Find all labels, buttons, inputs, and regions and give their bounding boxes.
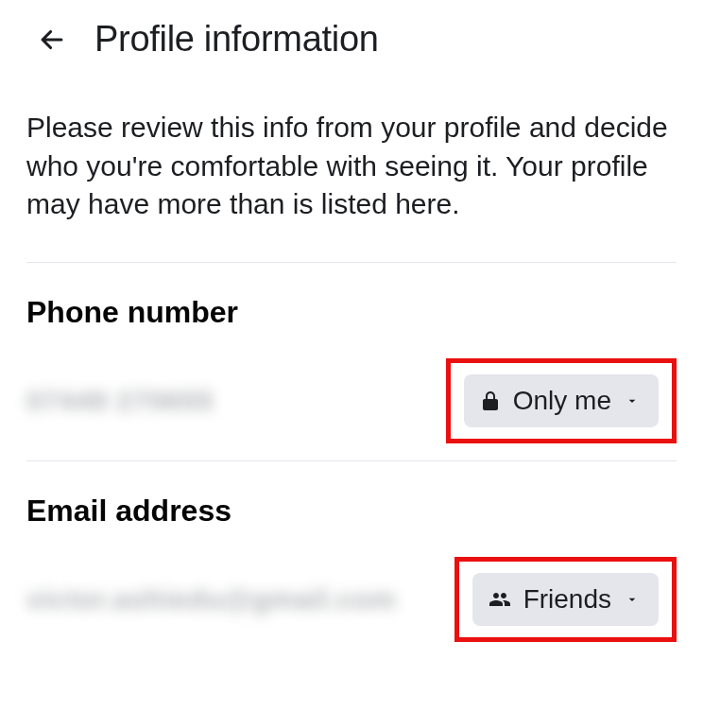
back-arrow-icon[interactable] [36,24,68,56]
caret-down-icon [625,393,640,408]
section-title-phone: Phone number [26,295,677,330]
row-phone: 07449 270655 Only me [26,358,677,443]
section-title-email: Email address [26,494,677,529]
audience-selector-phone[interactable]: Only me [464,374,659,427]
caret-down-icon [625,592,640,607]
page-title: Profile information [94,19,379,60]
page-description: Please review this info from your profil… [0,86,703,262]
phone-value: 07449 270655 [26,385,214,417]
annotation-highlight: Only me [446,358,677,443]
lock-icon [479,390,502,412]
friends-icon [488,588,512,611]
audience-label: Only me [513,386,611,416]
audience-label: Friends [523,584,611,615]
section-phone: Phone number 07449 270655 Only me [0,263,703,460]
annotation-highlight: Friends [454,557,677,642]
row-email: victor.ashiedu@gmail.com Friends [26,557,677,642]
section-email: Email address victor.ashiedu@gmail.com F… [0,461,703,659]
email-value: victor.ashiedu@gmail.com [26,583,396,615]
header: Profile information [0,0,703,86]
audience-selector-email[interactable]: Friends [472,573,659,626]
